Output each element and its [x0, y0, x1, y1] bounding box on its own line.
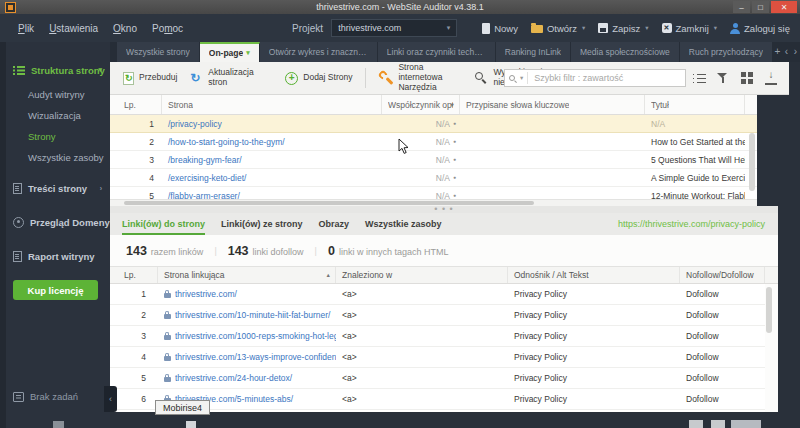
vertical-scrollbar-thumb[interactable]	[749, 133, 755, 191]
przebuduj-button[interactable]: Przebuduj	[123, 72, 177, 85]
tab-ruch-przychodzący[interactable]: Ruch przychodzący	[680, 42, 773, 62]
buy-license-button[interactable]: Kup licencję	[13, 280, 98, 300]
filter-button[interactable]	[716, 71, 730, 85]
page-link[interactable]: /privacy-policy	[168, 119, 222, 129]
menu-ustawienia[interactable]: Ustawienia	[49, 23, 98, 34]
zamknij-button[interactable]: Zamknij▾	[662, 23, 718, 34]
page-link[interactable]: thrivestrive.com/24-hour-detox/	[175, 373, 292, 383]
column-label: Strona linkująca	[164, 270, 224, 280]
quick-filter[interactable]: ▾	[504, 69, 686, 87]
sidebar-item-treści-strony[interactable]: Treści strony›	[0, 174, 110, 202]
column-header-strona[interactable]: Strona	[162, 95, 382, 114]
export-button[interactable]	[764, 71, 778, 85]
page-url-link[interactable]: https://thrivestrive.com/privacy-policy	[618, 219, 765, 229]
taskbar-fragment	[731, 420, 761, 428]
details-tab-linki-ów-ze-strony[interactable]: Linki(ów) ze strony	[221, 213, 303, 235]
table-row[interactable]: 2thrivestrive.com/10-minute-hiit-fat-bur…	[110, 305, 765, 326]
page-cell: /privacy-policy	[162, 119, 382, 129]
column-header-tytuł[interactable]: Tytuł	[645, 95, 745, 114]
page-link[interactable]: thrivestrive.com/10-minute-hiit-fat-burn…	[175, 310, 330, 320]
links-table-body: 1thrivestrive.com/<a>Privacy PolicyDofol…	[110, 284, 778, 412]
vertical-scrollbar-thumb[interactable]	[766, 287, 772, 333]
details-tab-linki-ów-do-strony[interactable]: Linki(ów) do strony	[122, 213, 205, 235]
project-value: thrivestrive.com	[338, 23, 401, 33]
list-view-button[interactable]	[692, 71, 706, 85]
panel-splitter[interactable]: • • •	[110, 206, 778, 213]
follow-cell: Dofollow	[680, 310, 765, 320]
sidebar-item-przegląd-domeny[interactable]: Przegląd Domeny	[0, 208, 110, 236]
row-number: 4	[110, 173, 162, 183]
menu-okno[interactable]: Okno	[113, 23, 137, 34]
page-link[interactable]: /breaking-gym-fear/	[168, 155, 242, 165]
tab-on-page[interactable]: On-page▾	[200, 42, 260, 62]
table-row[interactable]: 2/how-to-start-going-to-the-gym/N/A●How …	[110, 133, 757, 151]
column-header-przypisane-słowa-kluczowe[interactable]: Przypisane słowa kluczowe	[460, 95, 645, 114]
tab-linki-oraz-czynniki-techniczne[interactable]: Linki oraz czynniki techniczne	[378, 42, 496, 62]
zapisz-button[interactable]: Zapisz▾	[598, 23, 648, 34]
page-link[interactable]: /exercising-keto-diet/	[168, 173, 246, 183]
sidebar-collapse-handle[interactable]: ‹	[104, 386, 117, 412]
column-label: Nofollow/Dofollow	[686, 270, 754, 280]
menu-plik[interactable]: Plik	[18, 23, 34, 34]
sidebar-item-strony[interactable]: Strony	[0, 126, 110, 147]
table-row[interactable]: 3/breaking-gym-fear/N/A●5 Questions That…	[110, 151, 757, 169]
table-row[interactable]: 5thrivestrive.com/24-hour-detox/<a>Priva…	[110, 368, 765, 389]
zaloguj-się-button[interactable]: Zaloguj się	[730, 23, 790, 34]
column-label: Strona	[168, 100, 193, 110]
update-icon	[190, 72, 203, 85]
sort-asc-icon: ▲	[326, 272, 331, 278]
window-frame-edge	[0, 42, 6, 428]
maximize-button[interactable]: □	[752, 1, 769, 13]
quick-filter-input[interactable]	[527, 72, 685, 84]
column-header-odnośnik-alt-tekst[interactable]: Odnośnik / Alt Tekst	[508, 267, 680, 283]
horizontal-scrollbar-thumb[interactable]	[124, 201, 534, 205]
stat-label: linki dofollow	[253, 247, 304, 257]
sidebar-item-struktura-strony[interactable]: Struktura strony▾	[0, 56, 110, 84]
scroll-tabs-left-button[interactable]: ‹	[782, 42, 791, 62]
add-tab-button[interactable]: +	[773, 42, 782, 62]
minimize-button[interactable]: –	[733, 1, 750, 13]
table-row[interactable]: 3thrivestrive.com/1000-reps-smoking-hot-…	[110, 326, 765, 347]
page-cell: /breaking-gym-fear/	[162, 155, 382, 165]
page-link[interactable]: thrivestrive.com/1000-reps-smoking-hot-l…	[175, 331, 336, 341]
scroll-tabs-right-button[interactable]: ›	[791, 42, 800, 62]
sidebar-item-audyt-witryny[interactable]: Audyt witryny	[0, 84, 110, 105]
column-header-znaleziono-w[interactable]: Znaleziono w	[336, 267, 508, 283]
tab-ranking-inlink[interactable]: Ranking InLink	[496, 42, 571, 62]
tasks-label: Brak zadań	[30, 391, 78, 402]
page-link[interactable]: /how-to-start-going-to-the-gym/	[168, 137, 285, 147]
sidebar-item-label: Przegląd Domeny	[30, 217, 110, 228]
nowy-button[interactable]: Nowy	[482, 23, 518, 34]
column-header-lp[interactable]: Lp.	[110, 95, 162, 114]
project-select[interactable]: thrivestrive.com ▾	[331, 19, 457, 37]
column-header-współczynnik-optymali[interactable]: Współczynnik optymali...▼	[382, 95, 460, 114]
page-link[interactable]: thrivestrive.com/	[175, 289, 237, 299]
tab-media-społecznościowe[interactable]: Media społecznościowe	[571, 42, 680, 62]
sidebar-item-raport-witryny[interactable]: Raport witryny	[0, 242, 110, 270]
grid-view-button[interactable]	[740, 71, 754, 85]
table-row[interactable]: 4thrivestrive.com/13-ways-improve-confid…	[110, 347, 765, 368]
page-link[interactable]: thrivestrive.com/13-ways-improve-confide…	[175, 352, 336, 362]
aktualizacja-stron-button[interactable]: Aktualizacja stron	[190, 68, 272, 88]
table-row[interactable]: 4/exercising-keto-diet/N/A●A Simple Guid…	[110, 169, 757, 187]
tabstrip: Wszystkie stronyOn-page▾Otwórz wykres i …	[110, 42, 800, 62]
close-button[interactable]: ✕	[771, 1, 797, 13]
details-tab-obrazy[interactable]: Obrazy	[319, 213, 350, 235]
menu-pomoc[interactable]: Pomoc	[152, 23, 183, 34]
column-header-nofollow-dofollow[interactable]: Nofollow/Dofollow	[680, 267, 765, 283]
details-tab-wszystkie-zasoby[interactable]: Wszystkie zasoby	[365, 213, 442, 235]
strona-internetowa-narzędzia-button[interactable]: Strona internetowa Narzędzia	[379, 63, 462, 92]
column-header-lp[interactable]: Lp.	[110, 267, 158, 283]
table-row[interactable]: 1/privacy-policyN/A●N/A	[110, 115, 757, 133]
sidebar-item-wizualizacja[interactable]: Wizualizacja	[0, 105, 110, 126]
title-cell: 5 Questions That Will Help You Conqu	[645, 155, 745, 165]
menubar-right: Projekt thrivestrive.com ▾ NowyOtwórz▾Za…	[292, 19, 800, 37]
dodaj-strony-button[interactable]: Dodaj Strony	[285, 72, 352, 85]
tab-otwórz-wykres-i-znaczniki-danych-strukt[interactable]: Otwórz wykres i znaczniki danych strukt.…	[260, 42, 378, 62]
otwórz-button[interactable]: Otwórz▾	[531, 23, 585, 34]
column-header-strona-linkująca[interactable]: Strona linkująca▲	[158, 267, 336, 283]
table-row[interactable]: 1thrivestrive.com/<a>Privacy PolicyDofol…	[110, 284, 765, 305]
sidebar-item-wszystkie-zasoby[interactable]: Wszystkie zasoby	[0, 147, 110, 168]
tab-wszystkie-strony[interactable]: Wszystkie strony	[117, 42, 200, 62]
lock-icon	[164, 356, 171, 361]
